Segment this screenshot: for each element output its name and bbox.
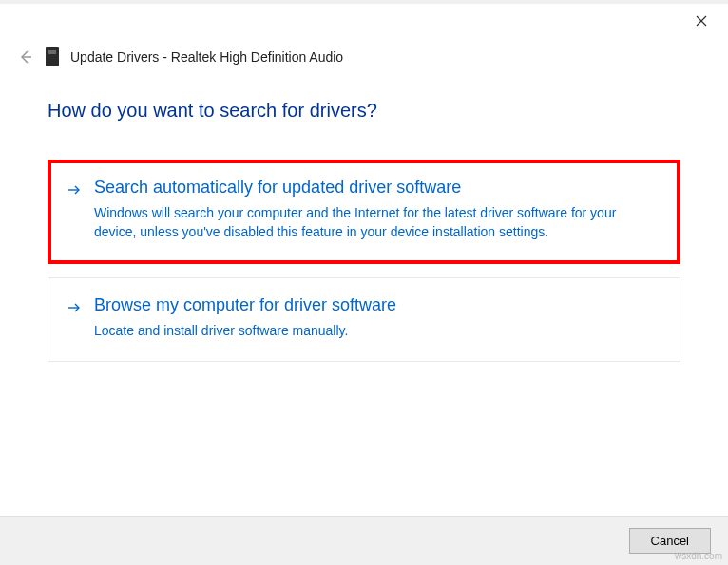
window-top-border [0, 0, 728, 4]
header-row: Update Drivers - Realtek High Definition… [17, 47, 711, 66]
window-title: Update Drivers - Realtek High Definition… [70, 49, 343, 65]
option-description: Locate and install driver software manua… [94, 321, 661, 340]
footer-bar: Cancel [0, 516, 728, 565]
option-body: Search automatically for updated driver … [94, 178, 661, 242]
option-search-automatically[interactable]: Search automatically for updated driver … [48, 160, 680, 264]
page-heading: How do you want to search for drivers? [48, 100, 680, 122]
close-icon [696, 15, 707, 27]
option-title: Browse my computer for driver software [94, 295, 661, 315]
option-description: Windows will search your computer and th… [94, 203, 661, 242]
arrow-left-icon [18, 49, 33, 65]
arrow-right-icon [67, 295, 83, 340]
option-body: Browse my computer for driver software L… [94, 295, 661, 340]
watermark-text: wsxdn.com [675, 551, 722, 561]
arrow-right-icon [67, 178, 83, 242]
close-button[interactable] [692, 11, 711, 30]
cancel-button[interactable]: Cancel [629, 528, 711, 554]
back-button[interactable] [17, 48, 34, 66]
option-browse-computer[interactable]: Browse my computer for driver software L… [48, 277, 680, 362]
device-icon [46, 47, 59, 66]
main-content: How do you want to search for drivers? S… [48, 100, 680, 375]
option-title: Search automatically for updated driver … [94, 178, 661, 198]
